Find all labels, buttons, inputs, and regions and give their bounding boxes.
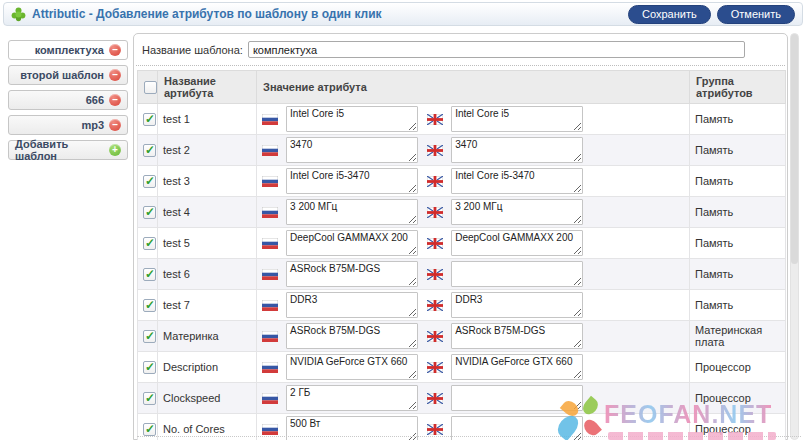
- row-checkbox[interactable]: [143, 144, 156, 157]
- save-button[interactable]: Сохранить: [628, 5, 711, 24]
- attribute-value-en-textarea[interactable]: DeepCool GAMMAXX 200: [451, 230, 583, 256]
- template-editor-panel: Название шаблона: Название артибута Знач…: [133, 33, 788, 440]
- attribute-group: Процессор: [695, 423, 751, 435]
- attribute-group: Память: [695, 237, 733, 249]
- attribute-row: test 3 Intel Core i5-3470 Intel Core: [138, 166, 786, 197]
- attribute-name: test 4: [163, 206, 190, 218]
- attribute-group: Память: [695, 206, 733, 218]
- attribute-group-cell: Память: [690, 228, 786, 259]
- attribute-group: Материнская плата: [695, 324, 762, 348]
- russian-flag-icon: [262, 176, 278, 187]
- attribute-row: test 2 3470 3470 Памя: [138, 135, 786, 166]
- attribute-group: Память: [695, 299, 733, 311]
- attribute-value-ru-textarea[interactable]: 2 ГБ: [286, 385, 418, 411]
- attribute-value-ru-textarea[interactable]: DeepCool GAMMAXX 200: [286, 230, 418, 256]
- attribute-value-en-textarea[interactable]: DDR3: [451, 292, 583, 318]
- attribute-value-en-textarea[interactable]: [451, 261, 583, 287]
- attribute-value-ru-textarea[interactable]: ASRock B75M-DGS: [286, 261, 418, 287]
- attribute-value-ru-textarea[interactable]: Intel Core i5: [286, 106, 418, 132]
- row-checkbox[interactable]: [143, 392, 156, 405]
- russian-flag-icon: [262, 300, 278, 311]
- remove-template-icon[interactable]: [109, 119, 121, 131]
- attribute-name: test 6: [163, 268, 190, 280]
- row-checkbox-cell: [138, 259, 158, 290]
- attribute-value-en-textarea[interactable]: 3470: [451, 137, 583, 163]
- attribute-value-cell: DDR3 DDR3: [257, 290, 690, 321]
- attribute-row: Description NVIDIA GeForce GTX 660 NV: [138, 352, 786, 383]
- remove-template-icon[interactable]: [109, 44, 121, 56]
- remove-template-icon[interactable]: [109, 94, 121, 106]
- row-checkbox[interactable]: [143, 299, 156, 312]
- attribute-row: test 1 Intel Core i5 Intel Core i5: [138, 104, 786, 135]
- english-flag-icon: [427, 176, 443, 187]
- attribute-value-cell: ASRock B75M-DGS ASRock B75M-DGS: [257, 321, 690, 352]
- sidebar-template-item[interactable]: mp3: [8, 115, 128, 135]
- row-checkbox[interactable]: [143, 423, 156, 436]
- attribute-row: test 6 ASRock B75M-DGS: [138, 259, 786, 290]
- row-checkbox[interactable]: [143, 113, 156, 126]
- attribute-row: test 5 DeepCool GAMMAXX 200 DeepCool: [138, 228, 786, 259]
- russian-flag-icon: [262, 145, 278, 156]
- row-checkbox-cell: [138, 290, 158, 321]
- russian-flag-icon: [262, 207, 278, 218]
- english-flag-icon: [427, 424, 443, 435]
- sidebar-template-item[interactable]: Добавить шаблон: [8, 140, 128, 160]
- row-checkbox[interactable]: [143, 206, 156, 219]
- attribute-value-en-textarea[interactable]: [451, 385, 583, 411]
- attribute-value-cell: Intel Core i5-3470 Intel Core i5-3470: [257, 166, 690, 197]
- add-template-icon[interactable]: [109, 144, 121, 156]
- attributic-admin-page: { "header": { "title": "Attributic - Доб…: [0, 0, 806, 440]
- column-header-attribute-group: Группа атрибутов: [690, 71, 786, 104]
- attribute-group-cell: Память: [690, 166, 786, 197]
- attributes-table: Название артибута Значение атрибута Груп…: [137, 70, 786, 440]
- attribute-value-ru-textarea[interactable]: DDR3: [286, 292, 418, 318]
- english-flag-icon: [427, 300, 443, 311]
- attribute-value-ru-textarea[interactable]: NVIDIA GeForce GTX 660: [286, 354, 418, 380]
- attribute-name-cell: Clockspeed: [158, 383, 257, 414]
- attribute-group: Память: [695, 268, 733, 280]
- attribute-group-cell: Память: [690, 135, 786, 166]
- select-all-checkbox[interactable]: [144, 81, 157, 94]
- attribute-value-en-textarea[interactable]: Intel Core i5-3470: [451, 168, 583, 194]
- row-checkbox[interactable]: [143, 330, 156, 343]
- attribute-value-ru-textarea[interactable]: 3 200 МГц: [286, 199, 418, 225]
- english-flag-icon: [427, 238, 443, 249]
- attribute-row: test 7 DDR3 DDR3 Памя: [138, 290, 786, 321]
- remove-template-icon[interactable]: [109, 69, 121, 81]
- attribute-name-cell: test 1: [158, 104, 257, 135]
- attribute-group-cell: Память: [690, 197, 786, 228]
- attribute-value-ru-textarea[interactable]: 3470: [286, 137, 418, 163]
- row-checkbox[interactable]: [143, 361, 156, 374]
- attribute-name: test 1: [163, 113, 190, 125]
- column-header-attribute-name: Название артибута: [158, 71, 257, 104]
- select-all-header-cell: [138, 71, 158, 104]
- attribute-name-cell: test 5: [158, 228, 257, 259]
- attribute-group-cell: Процессор: [690, 383, 786, 414]
- cancel-button[interactable]: Отменить: [717, 5, 795, 24]
- attributic-app-icon: [11, 7, 26, 22]
- toolbar-buttons: Сохранить Отменить: [628, 5, 795, 24]
- attribute-value-cell: ASRock B75M-DGS: [257, 259, 690, 290]
- attribute-group-cell: Память: [690, 259, 786, 290]
- app-header-bar: Attributic - Добавление атрибутов по шаб…: [3, 2, 803, 26]
- attribute-value-ru-textarea[interactable]: Intel Core i5-3470: [286, 168, 418, 194]
- row-checkbox[interactable]: [143, 237, 156, 250]
- row-checkbox[interactable]: [143, 268, 156, 281]
- attribute-group-cell: Процессор: [690, 352, 786, 383]
- attribute-value-cell: DeepCool GAMMAXX 200 DeepCool GAMMAXX 20…: [257, 228, 690, 259]
- attribute-name-cell: Материнка: [158, 321, 257, 352]
- attribute-value-en-textarea[interactable]: Intel Core i5: [451, 106, 583, 132]
- sidebar-template-item[interactable]: 666: [8, 90, 128, 110]
- english-flag-icon: [427, 362, 443, 373]
- sidebar-template-item[interactable]: второй шаблон: [8, 65, 128, 85]
- sidebar-template-item[interactable]: комплектуха: [8, 40, 128, 60]
- template-name-input[interactable]: [248, 41, 745, 58]
- attribute-value-en-textarea[interactable]: ASRock B75M-DGS: [451, 323, 583, 349]
- vertical-scrollbar[interactable]: [790, 33, 799, 440]
- row-checkbox-cell: [138, 104, 158, 135]
- scrollbar-thumb[interactable]: [791, 34, 798, 264]
- attribute-value-ru-textarea[interactable]: ASRock B75M-DGS: [286, 323, 418, 349]
- attribute-value-en-textarea[interactable]: 3 200 МГц: [451, 199, 583, 225]
- row-checkbox[interactable]: [143, 175, 156, 188]
- attribute-value-en-textarea[interactable]: NVIDIA GeForce GTX 660: [451, 354, 583, 380]
